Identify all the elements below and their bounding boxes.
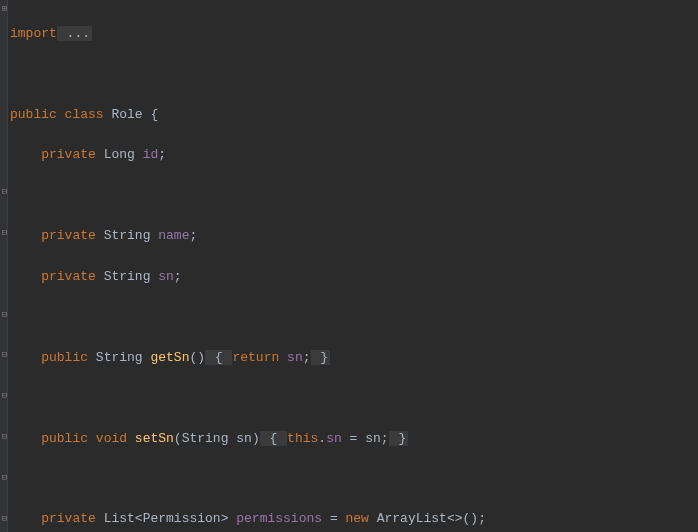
fold-icon[interactable]: ⊟	[1, 393, 8, 400]
code-editor[interactable]: ⊞ ⊟ ⊟ ⊟ ⊟ ⊟ ⊟ ⊟ ⊟ import ... public clas…	[0, 0, 698, 532]
fold-icon[interactable]: ⊟	[1, 475, 8, 482]
fold-icon[interactable]: ⊟	[1, 230, 8, 237]
code-line[interactable]	[10, 186, 698, 206]
import-keyword: import	[10, 26, 57, 41]
code-line[interactable]: import ...	[10, 24, 698, 44]
modifier: public	[10, 350, 96, 365]
folded-region[interactable]: ...	[57, 26, 92, 41]
return-type: void	[96, 431, 135, 446]
field-name: name	[158, 228, 189, 243]
code-line[interactable]: public class Role {	[10, 105, 698, 125]
code-area[interactable]: import ... public class Role { private L…	[8, 0, 698, 532]
type: String	[104, 269, 159, 284]
fold-icon[interactable]: ⊟	[1, 352, 8, 359]
field-name: id	[143, 147, 159, 162]
return-type: String	[96, 350, 151, 365]
code-line[interactable]: public void setSn(String sn) { this.sn =…	[10, 429, 698, 449]
fold-icon[interactable]: ⊟	[1, 189, 8, 196]
code-line[interactable]: private String sn;	[10, 267, 698, 287]
method-name: setSn	[135, 431, 174, 446]
code-line[interactable]	[10, 469, 698, 489]
brace: {	[205, 350, 232, 365]
code-line[interactable]	[10, 65, 698, 85]
code-line[interactable]: public String getSn() { return sn; }	[10, 348, 698, 368]
fold-icon[interactable]: ⊟	[1, 516, 8, 523]
field-name: sn	[158, 269, 174, 284]
class-name: Role	[111, 107, 142, 122]
method-name: getSn	[150, 350, 189, 365]
modifier: private	[10, 147, 104, 162]
code-line[interactable]	[10, 388, 698, 408]
modifier: public class	[10, 107, 111, 122]
code-line[interactable]: private Long id;	[10, 145, 698, 165]
fold-icon[interactable]: ⊟	[1, 434, 8, 441]
fold-icon[interactable]: ⊞	[1, 6, 8, 13]
type: String	[104, 228, 159, 243]
brace: {	[143, 107, 159, 122]
modifier: private	[10, 269, 104, 284]
brace: }	[311, 350, 331, 365]
code-line[interactable]: private List<Permission> permissions = n…	[10, 509, 698, 529]
modifier: public	[10, 431, 96, 446]
code-line[interactable]: private String name;	[10, 226, 698, 246]
fold-icon[interactable]: ⊟	[1, 312, 8, 319]
modifier: private	[10, 228, 104, 243]
type: Long	[104, 147, 143, 162]
type: List<Permission>	[104, 511, 237, 526]
fold-gutter: ⊞ ⊟ ⊟ ⊟ ⊟ ⊟ ⊟ ⊟ ⊟	[0, 0, 8, 532]
field-name: permissions	[236, 511, 322, 526]
modifier: private	[10, 511, 104, 526]
code-line[interactable]	[10, 307, 698, 327]
